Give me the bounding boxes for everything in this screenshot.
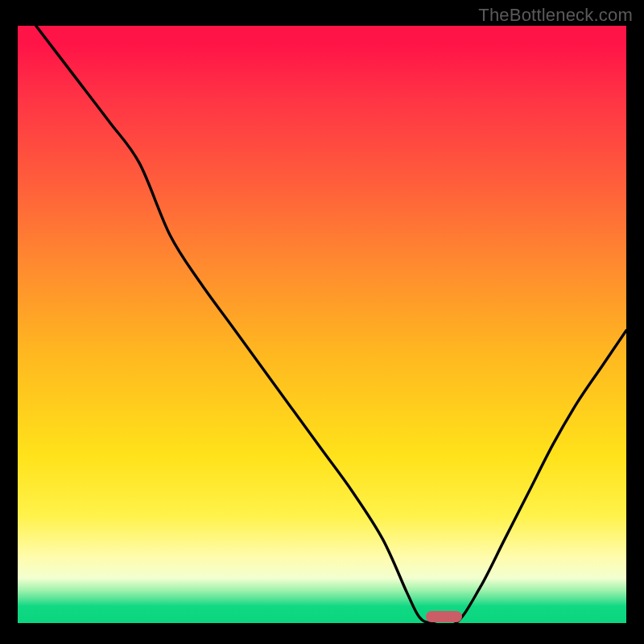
chart-container: TheBottleneck.com: [0, 0, 644, 644]
watermark-label: TheBottleneck.com: [478, 5, 633, 26]
minimum-marker: [426, 611, 462, 622]
plot-area: [18, 26, 626, 623]
bottleneck-curve: [18, 26, 626, 623]
x-axis-baseline: [18, 623, 626, 626]
